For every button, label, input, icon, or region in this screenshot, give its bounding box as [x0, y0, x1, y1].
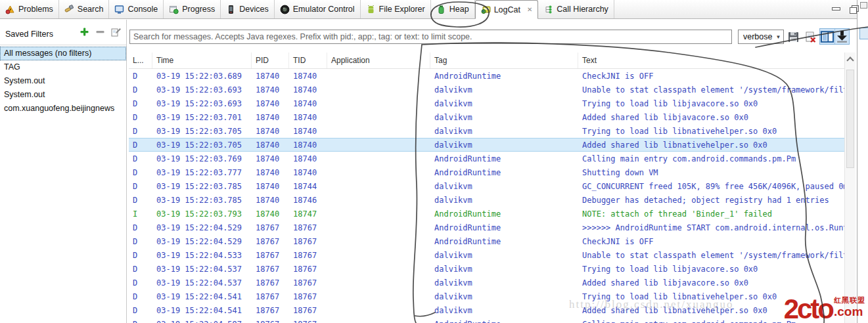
column-header-level[interactable]: L...: [129, 53, 152, 68]
table-row[interactable]: D03-19 15:22:04.5411876718767dalvikvmTry…: [129, 290, 844, 303]
filter-item[interactable]: All messages (no filters): [0, 47, 126, 60]
cell-tid: 18740: [289, 168, 327, 177]
cell-pid: 18740: [252, 72, 289, 81]
cell-tag: AndroidRuntime: [430, 72, 578, 81]
column-header-text[interactable]: Text: [578, 53, 844, 68]
logo-badge: 红黑联盟: [834, 297, 865, 304]
column-header-pid[interactable]: PID: [252, 53, 289, 68]
tab-progress[interactable]: Progress: [164, 0, 221, 18]
logo-text: 2cto: [784, 295, 833, 323]
tab-heap[interactable]: Heap: [431, 0, 475, 18]
column-header-tag[interactable]: Tag: [430, 53, 578, 68]
cell-pid: 18767: [252, 223, 289, 232]
edit-filter-icon[interactable]: [111, 27, 121, 39]
cell-time: 03-19 15:22:03.701: [152, 113, 252, 122]
saved-filters-actions: [80, 27, 121, 39]
cell-tag: dalvikvm: [430, 127, 578, 136]
table-row[interactable]: D03-19 15:22:04.5971876718767AndroidRunt…: [129, 317, 844, 323]
table-row[interactable]: D03-19 15:22:03.7051874018740dalvikvmTry…: [129, 124, 844, 138]
tab-devices[interactable]: Devices: [221, 0, 274, 18]
cell-pid: 18767: [252, 292, 289, 301]
log-level-dropdown[interactable]: verbose ▼: [738, 30, 784, 44]
filter-item[interactable]: System.out: [0, 88, 126, 102]
tab-search[interactable]: Search: [59, 0, 110, 18]
filter-item[interactable]: TAG: [0, 60, 126, 74]
cell-tag: dalvikvm: [430, 265, 578, 274]
table-row[interactable]: D03-19 15:22:03.7771874018740AndroidRunt…: [129, 165, 844, 179]
scroll-up-icon[interactable]: [846, 56, 854, 64]
clear-log-icon: [805, 32, 816, 43]
column-header-tid[interactable]: TID: [289, 53, 327, 68]
cell-tid: 18744: [289, 182, 327, 191]
vertical-scrollbar[interactable]: [844, 53, 856, 323]
cell-time: 03-19 15:22:04.541: [152, 292, 252, 301]
table-row[interactable]: D03-19 15:22:03.6931874018740dalvikvmUna…: [129, 83, 844, 97]
tab-label: LogCat: [494, 5, 520, 14]
table-row[interactable]: D03-19 15:22:03.7011874018740dalvikvmAdd…: [129, 110, 844, 124]
filter-item[interactable]: System.out: [0, 74, 126, 88]
cell-time: 03-19 15:22:04.529: [152, 237, 252, 246]
column-header-time[interactable]: Time: [152, 53, 252, 68]
cell-level: D: [129, 154, 152, 163]
tab-console[interactable]: Console: [109, 0, 164, 18]
cell-text: CheckJNI is OFF: [578, 237, 844, 246]
tab-emulator-control[interactable]: Emulator Control: [275, 0, 361, 18]
table-row[interactable]: D03-19 15:22:03.7851874018744dalvikvmGC_…: [129, 179, 844, 193]
cell-pid: 18740: [252, 127, 289, 136]
cell-tag: dalvikvm: [430, 292, 578, 301]
restore-icon[interactable]: [850, 5, 857, 12]
clear-log-button[interactable]: [802, 29, 818, 45]
cell-level: D: [129, 251, 152, 260]
cell-tag: dalvikvm: [430, 278, 578, 288]
table-row[interactable]: D03-19 15:22:04.5331876718767dalvikvmUna…: [129, 248, 844, 262]
cell-tag: dalvikvm: [430, 182, 578, 191]
table-row[interactable]: D03-19 15:22:04.5291876718767AndroidRunt…: [129, 221, 844, 234]
cell-tid: 18740: [289, 99, 327, 108]
cell-tid: 18740: [289, 72, 327, 81]
cell-time: 03-19 15:22:03.769: [152, 154, 252, 163]
cell-level: D: [129, 85, 152, 95]
file-explorer-icon: [366, 5, 376, 14]
column-header-application[interactable]: Application: [327, 53, 430, 68]
table-row[interactable]: D03-19 15:22:03.7851874018746dalvikvmDeb…: [129, 193, 844, 207]
floppy-disk-icon: [788, 32, 799, 43]
table-row[interactable]: D03-19 15:22:04.5371876718767dalvikvmTry…: [129, 262, 844, 276]
close-icon[interactable]: ✕: [527, 6, 532, 13]
cell-text: Added shared lib libjavacore.so 0x0: [578, 278, 844, 288]
display-mode-button[interactable]: [820, 29, 834, 44]
table-row[interactable]: D03-19 15:22:04.5411876718767dalvikvmAdd…: [129, 303, 844, 317]
scroll-to-end-button[interactable]: [834, 29, 849, 44]
tab-call-hierarchy[interactable]: Call Hierarchy: [538, 0, 614, 18]
cell-level: D: [129, 168, 152, 177]
tab-file-explorer[interactable]: File Explorer: [361, 0, 431, 18]
filter-item[interactable]: com.xuanguofeng.beijingnews: [0, 102, 126, 116]
cell-pid: 18767: [252, 265, 289, 274]
logo-suffix: .com: [834, 305, 863, 318]
add-filter-icon[interactable]: [80, 27, 89, 39]
cell-tag: dalvikvm: [430, 306, 578, 315]
minimize-icon[interactable]: [832, 7, 840, 11]
remove-filter-icon[interactable]: [95, 27, 105, 39]
partial-toolbar-icon: [859, 28, 868, 39]
table-row[interactable]: D03-19 15:22:03.7691874018740AndroidRunt…: [129, 152, 844, 165]
scrollbar-thumb[interactable]: [846, 70, 854, 168]
cell-text: Debugger has detached; object registry h…: [578, 196, 844, 205]
table-row[interactable]: D03-19 15:22:03.6891874018740AndroidRunt…: [129, 69, 844, 83]
table-row[interactable]: I03-19 15:22:03.7931874018747AndroidRunt…: [129, 207, 844, 221]
cell-level: D: [129, 196, 152, 205]
cell-tag: dalvikvm: [430, 85, 578, 95]
table-row[interactable]: D03-19 15:22:03.7051874018740dalvikvmAdd…: [129, 138, 844, 152]
tab-problems[interactable]: Problems: [0, 0, 59, 18]
save-log-button[interactable]: [785, 29, 801, 45]
table-row[interactable]: D03-19 15:22:04.5291876718767AndroidRunt…: [129, 234, 844, 248]
cell-pid: 18767: [252, 320, 289, 323]
cell-tid: 18767: [289, 265, 327, 274]
saved-filters-title: Saved Filters: [5, 30, 53, 39]
cell-tid: 18767: [289, 320, 327, 323]
table-row[interactable]: D03-19 15:22:03.6931874018740dalvikvmTry…: [129, 97, 844, 110]
search-input[interactable]: [129, 30, 732, 44]
table-row[interactable]: D03-19 15:22:04.5371876718767dalvikvmAdd…: [129, 276, 844, 290]
tab-logcat[interactable]: LogCat✕: [475, 0, 539, 19]
cell-tag: dalvikvm: [430, 251, 578, 260]
cell-time: 03-19 15:22:03.693: [152, 85, 252, 95]
